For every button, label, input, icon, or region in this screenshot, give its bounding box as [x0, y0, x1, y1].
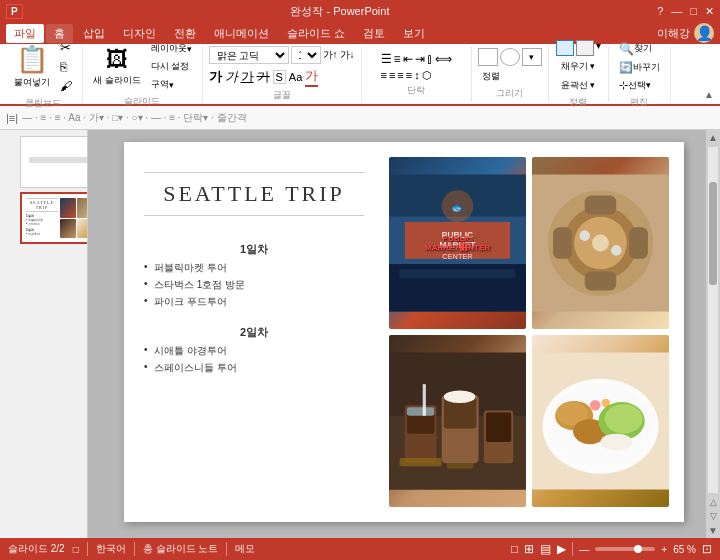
arrange-button[interactable]: 정렬: [478, 68, 542, 85]
scroll-btn-2[interactable]: ▽: [708, 509, 719, 523]
slide-sorter-button[interactable]: ⊞: [524, 542, 534, 556]
svg-point-19: [579, 230, 590, 241]
zoom-out-button[interactable]: —: [579, 544, 589, 555]
svg-text:🐟: 🐟: [451, 201, 465, 214]
shape-oval[interactable]: [500, 48, 520, 66]
font-size-select[interactable]: 18: [291, 46, 321, 64]
shape-rect[interactable]: [478, 48, 498, 66]
font-size-decrease[interactable]: 가↓: [340, 48, 355, 62]
svg-point-29: [444, 390, 476, 403]
zoom-slider[interactable]: [595, 547, 655, 551]
reading-view-button[interactable]: ▤: [540, 542, 551, 556]
spacing-button[interactable]: Aa: [289, 71, 302, 83]
align-center-button[interactable]: ≡: [389, 69, 395, 82]
svg-point-41: [605, 404, 643, 434]
zoom-in-button[interactable]: +: [661, 544, 667, 555]
section-button[interactable]: 구역 ▾: [147, 76, 196, 93]
title-bar-controls: ? — □ ✕: [657, 5, 714, 18]
ribbon-collapse-button[interactable]: ▲: [702, 46, 716, 102]
bullet-list-button[interactable]: ☰: [381, 52, 392, 66]
ribbon-group-font: 맑은 고딕 18 가↑ 가↓ 가 가 가 가 S Aa 가 글꼴: [203, 46, 362, 102]
cut-button[interactable]: ✂: [56, 38, 76, 57]
numbered-list-button[interactable]: ≡: [394, 52, 401, 66]
align-left-button[interactable]: ≡: [381, 69, 387, 82]
notes-button[interactable]: 메모: [235, 542, 255, 556]
scroll-up-button[interactable]: ▲: [706, 130, 720, 145]
align-right-button[interactable]: ≡: [397, 69, 403, 82]
convert-to-smartart-button[interactable]: ⬡: [422, 69, 432, 82]
menu-slideshow[interactable]: 슬라이드 쇼: [279, 24, 353, 43]
direction-button[interactable]: ⟺: [435, 52, 452, 66]
svg-text:CENTER: CENTER: [442, 252, 472, 261]
slideshow-button[interactable]: ▶: [557, 542, 566, 556]
speaker-notes-button[interactable]: 총 슬라이드 노트: [143, 542, 219, 556]
zoom-level[interactable]: 65 %: [673, 544, 696, 555]
menu-animation[interactable]: 애니메이션: [206, 24, 277, 43]
shape-more[interactable]: ▾: [522, 48, 542, 66]
slide-thumb-wrapper-2: 2 SEATTLE TRIP 1일차 • 퍼블릭마켓 • 스타벅스 2일차 • …: [4, 192, 83, 244]
format-painter-button[interactable]: 🖌: [56, 77, 76, 95]
select-button[interactable]: ⊹ 선택 ▾: [615, 77, 664, 94]
indent-decrease-button[interactable]: ⇤: [403, 52, 413, 66]
canvas-area: SEATTLE TRIP 1일차 퍼블릭마켓 투어 스타벅스 1호점 방문 파이…: [88, 130, 720, 538]
bold-button[interactable]: 가: [209, 68, 222, 86]
slide-thumb-2[interactable]: SEATTLE TRIP 1일차 • 퍼블릭마켓 • 스타벅스 2일차 • 야경…: [20, 192, 88, 244]
user-avatar: 👤: [694, 23, 714, 43]
italic-button[interactable]: 가: [225, 68, 238, 86]
search-icon: 🔍: [619, 42, 634, 56]
scroll-thumb[interactable]: [709, 182, 717, 286]
indent-increase-button[interactable]: ⇥: [415, 52, 425, 66]
status-divider-4: [572, 542, 573, 556]
slide-thumb-1[interactable]: [20, 136, 88, 188]
fit-slide-button[interactable]: ⊡: [702, 542, 712, 556]
font-size-increase[interactable]: 가↑: [323, 48, 338, 62]
svg-rect-31: [486, 413, 511, 443]
fill-button[interactable]: 채우기 ▾: [557, 58, 600, 75]
underline-button[interactable]: 가: [241, 68, 254, 86]
shadow-button[interactable]: S: [273, 70, 286, 84]
replace-button[interactable]: 🔄 바꾸기: [615, 59, 664, 76]
new-slide-button[interactable]: 🖼 새 슬라이드: [89, 45, 145, 89]
help-button[interactable]: ?: [657, 5, 663, 18]
format-bar: |≡| — ∙ ≡ ∙ ≡ ∙ Aa ∙ 가▾ ∙ □▾ ∙ ○▾ ∙ — ∙ …: [0, 106, 720, 130]
normal-view-button[interactable]: □: [511, 542, 518, 556]
scroll-btn-1[interactable]: △: [708, 495, 719, 509]
photos-grid: PUBLIC MARKET CENTER 🐟: [389, 157, 669, 507]
menu-review[interactable]: 검토: [355, 24, 393, 43]
close-button[interactable]: ✕: [705, 5, 714, 18]
new-slide-icon: 🖼: [106, 47, 128, 73]
find-button[interactable]: 🔍 찾기: [615, 40, 664, 58]
quick-style-1[interactable]: [556, 40, 574, 56]
quick-style-2[interactable]: [576, 40, 594, 56]
status-bar: 슬라이드 2/2 □ 한국어 총 슬라이드 노트 메모 □ ⊞ ▤ ▶ — + …: [0, 538, 720, 560]
maximize-button[interactable]: □: [690, 5, 697, 18]
clipboard-sub-buttons: ✂ ⎘ 🖌: [56, 38, 76, 95]
layout-button[interactable]: 레이아웃 ▾: [147, 40, 196, 57]
font-label: 글꼴: [273, 89, 291, 102]
scroll-down-button[interactable]: ▼: [706, 523, 720, 538]
slide-title: SEATTLE TRIP: [144, 172, 364, 216]
styles-more-button[interactable]: ▾: [596, 40, 601, 56]
day2-label: 2일차: [144, 325, 364, 340]
scrollbar-vertical[interactable]: ▲ △ ▽ ▼: [706, 130, 720, 538]
columns-button[interactable]: ⫿: [427, 52, 433, 66]
main-area: 1 2 SEATTLE TRIP 1일차 • 퍼블릭마켓 • 스타벅스: [0, 130, 720, 538]
strikethrough-button[interactable]: 가: [257, 68, 270, 86]
paste-button[interactable]: 📋 붙여넣기: [10, 42, 54, 91]
replace-icon: 🔄: [619, 61, 633, 74]
minimize-button[interactable]: —: [671, 5, 682, 18]
outline-button[interactable]: 윤곽선 ▾: [557, 77, 600, 94]
slides-label: 슬라이드: [124, 95, 160, 108]
drawing-label: 그리기: [496, 87, 523, 100]
font-color-button[interactable]: 가: [305, 67, 318, 87]
reset-button[interactable]: 다시 설정: [147, 58, 196, 75]
svg-point-43: [590, 400, 601, 411]
slide-canvas: SEATTLE TRIP 1일차 퍼블릭마켓 투어 스타벅스 1호점 방문 파이…: [124, 142, 684, 522]
svg-text:MARKET: MARKET: [439, 240, 476, 250]
copy-button[interactable]: ⎘: [56, 58, 76, 76]
title-bar-left: P: [6, 4, 23, 19]
line-spacing-button[interactable]: ↕: [414, 69, 420, 82]
justify-button[interactable]: ≡: [406, 69, 412, 82]
font-family-select[interactable]: 맑은 고딕: [209, 46, 289, 64]
menu-view[interactable]: 보기: [395, 24, 433, 43]
